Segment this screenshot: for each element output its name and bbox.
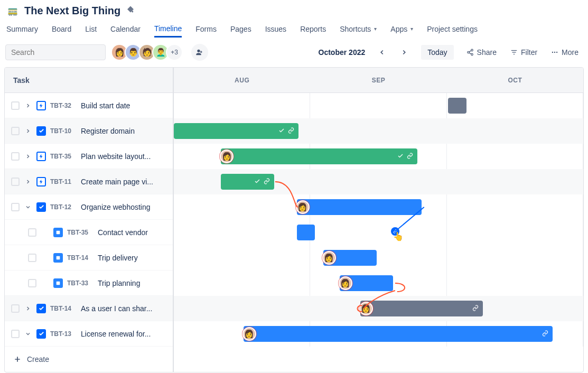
task-row[interactable]: TBT-33Trip planning: [5, 271, 173, 296]
tab-timeline[interactable]: Timeline: [154, 21, 182, 38]
issue-title[interactable]: Plan website layout...: [81, 152, 151, 161]
issue-key[interactable]: TBT-10: [50, 127, 77, 135]
checkbox[interactable]: [11, 304, 20, 313]
checkbox[interactable]: [11, 127, 20, 135]
prev-button[interactable]: [374, 44, 390, 61]
task-row[interactable]: TBT-35Plan website layout...: [5, 144, 173, 169]
more-button[interactable]: More: [547, 45, 583, 60]
tab-forms[interactable]: Forms: [195, 21, 217, 36]
issue-title[interactable]: Contact vendor: [98, 228, 148, 237]
gantt-bar[interactable]: 👩: [323, 250, 377, 266]
issue-title[interactable]: Organize webhosting: [81, 203, 151, 211]
issue-key[interactable]: TBT-35: [67, 229, 94, 236]
tab-pages[interactable]: Pages: [230, 21, 251, 36]
issue-key[interactable]: TBT-14: [67, 254, 94, 262]
gantt-row: 👩: [174, 194, 583, 220]
assignee-avatar[interactable]: 👩: [359, 302, 373, 315]
task-row[interactable]: TBT-13License renewal for...: [5, 321, 173, 347]
assignee-avatar[interactable]: 👩: [339, 276, 352, 290]
subtask-icon: [53, 228, 63, 237]
chevron-right-icon[interactable]: [24, 305, 32, 312]
task-row[interactable]: TBT-32Build start date: [5, 93, 173, 118]
tab-board[interactable]: Board: [52, 21, 71, 36]
gantt-bar[interactable]: [221, 174, 274, 190]
tab-list[interactable]: List: [85, 21, 97, 36]
task-row[interactable]: TBT-14As a user I can shar...: [5, 296, 173, 321]
chevron-right-icon[interactable]: [24, 102, 32, 109]
checkbox[interactable]: [11, 203, 20, 211]
gantt-bar[interactable]: 👩: [297, 199, 422, 215]
chevron-right-icon[interactable]: [24, 128, 32, 134]
gantt-bar[interactable]: [174, 123, 298, 139]
task-row[interactable]: TBT-10Register domain: [5, 118, 173, 144]
gantt-row: 👩: [174, 296, 583, 321]
share-button[interactable]: Share: [462, 45, 501, 60]
tab-summary[interactable]: Summary: [6, 21, 38, 36]
epic-icon: [36, 177, 46, 186]
add-person-button[interactable]: [191, 44, 208, 61]
task-row[interactable]: TBT-11Create main page vi...: [5, 169, 173, 194]
issue-title[interactable]: License renewal for...: [81, 330, 151, 338]
assignee-avatar[interactable]: 👩: [296, 200, 310, 214]
checkbox[interactable]: [11, 152, 20, 161]
checkbox[interactable]: [11, 330, 20, 338]
issue-title[interactable]: Create main page vi...: [81, 178, 153, 186]
gantt-bar[interactable]: 👩: [244, 326, 553, 342]
assignee-avatar[interactable]: 👩: [322, 251, 336, 265]
assignee-avatar[interactable]: 👩: [242, 327, 256, 341]
gantt-bar[interactable]: 👩: [360, 301, 483, 316]
today-button[interactable]: Today: [421, 45, 453, 60]
filter-button[interactable]: Filter: [506, 45, 542, 60]
checkbox[interactable]: [28, 228, 36, 237]
tab-apps[interactable]: Apps▾: [390, 21, 413, 36]
gantt-bar[interactable]: [448, 98, 466, 114]
gantt-bar[interactable]: 👩: [221, 148, 417, 164]
issue-title[interactable]: As a user I can shar...: [81, 304, 152, 313]
issue-title[interactable]: Register domain: [81, 127, 135, 135]
check-icon: [397, 153, 404, 161]
checkbox[interactable]: [28, 254, 36, 262]
issue-title[interactable]: Build start date: [81, 101, 130, 110]
gantt-row: [174, 118, 583, 144]
link-icon: [288, 127, 294, 135]
issue-title[interactable]: Trip delivery: [98, 254, 138, 262]
chevron-down-icon[interactable]: [24, 204, 32, 210]
month-header: AUG: [174, 77, 310, 84]
next-button[interactable]: [396, 44, 413, 61]
checkbox[interactable]: [11, 178, 20, 186]
issue-key[interactable]: TBT-35: [50, 153, 77, 160]
checkbox[interactable]: [11, 101, 20, 110]
month-header: OCT: [447, 77, 583, 84]
avatars-group[interactable]: 👩 👨 🧑 👨‍🦱 +3: [114, 44, 183, 61]
search-input[interactable]: [11, 48, 104, 57]
chevron-right-icon[interactable]: [24, 153, 32, 160]
issue-key[interactable]: TBT-33: [67, 279, 94, 287]
tab-calendar[interactable]: Calendar: [110, 21, 141, 36]
paint-bucket-icon[interactable]: [126, 5, 135, 16]
chevron-down-icon[interactable]: [24, 331, 32, 337]
gantt-bar[interactable]: 👩: [340, 275, 393, 291]
svg-point-11: [552, 52, 553, 53]
tab-issues[interactable]: Issues: [265, 21, 286, 36]
epic-icon: [36, 202, 46, 212]
gantt-row: 👩: [174, 271, 583, 296]
tab-project-settings[interactable]: Project settings: [427, 21, 478, 36]
issue-key[interactable]: TBT-32: [50, 102, 77, 109]
task-row[interactable]: TBT-12Organize webhosting: [5, 194, 173, 220]
tab-shortcuts[interactable]: Shortcuts▾: [340, 21, 377, 36]
task-row[interactable]: TBT-14Trip delivery: [5, 245, 173, 271]
issue-key[interactable]: TBT-11: [50, 178, 77, 185]
avatar-overflow[interactable]: +3: [166, 44, 183, 61]
create-button[interactable]: Create: [5, 347, 173, 372]
checkbox[interactable]: [28, 279, 36, 287]
search-input-wrapper[interactable]: [5, 44, 106, 60]
chevron-right-icon[interactable]: [24, 179, 32, 185]
assignee-avatar[interactable]: 👩: [220, 150, 234, 163]
issue-title[interactable]: Trip planning: [98, 279, 140, 287]
gantt-bar[interactable]: [297, 225, 315, 240]
tab-reports[interactable]: Reports: [300, 21, 326, 36]
issue-key[interactable]: TBT-14: [50, 305, 77, 312]
issue-key[interactable]: TBT-13: [50, 330, 77, 338]
issue-key[interactable]: TBT-12: [50, 203, 77, 211]
task-row[interactable]: TBT-35Contact vendor: [5, 220, 173, 245]
